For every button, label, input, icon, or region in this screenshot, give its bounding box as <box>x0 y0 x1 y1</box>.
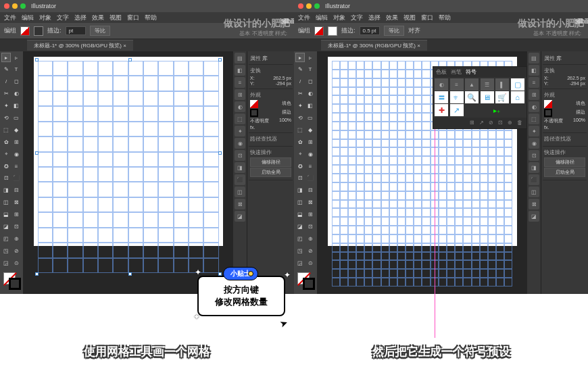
tool-17[interactable]: ◉ <box>305 149 315 159</box>
dock-icon-12[interactable]: ⊠ <box>235 199 245 209</box>
fill-stroke-tool[interactable] <box>1 270 22 291</box>
dock-icon-1[interactable]: ◧ <box>235 65 245 76</box>
symbol-item-5[interactable]: ▢ <box>511 78 524 91</box>
dock-icon-8[interactable]: ⊡ <box>529 150 539 161</box>
symbol-options-icon[interactable]: ⊡ <box>498 120 505 126</box>
stroke-icon[interactable] <box>544 109 552 117</box>
brushes-tab[interactable]: 画笔 <box>451 68 462 76</box>
tool-0[interactable]: ▸ <box>295 53 305 62</box>
tool-9[interactable]: ◧ <box>305 101 315 111</box>
lib-tab[interactable]: 库 <box>556 55 562 61</box>
tool-4[interactable]: / <box>1 77 11 86</box>
x-value[interactable]: 262.5 px <box>273 76 291 80</box>
menu-file[interactable]: 文件 <box>298 14 310 22</box>
symbol-item-8[interactable]: 🔍 <box>465 91 479 103</box>
dock-icon-4[interactable]: ◐ <box>529 101 539 112</box>
symbol-item-9[interactable]: 🖥 <box>481 91 494 103</box>
tool-0[interactable]: ▸ <box>1 53 11 62</box>
tool-18[interactable]: ✪ <box>1 161 11 171</box>
break-link-icon[interactable]: ⊘ <box>489 120 495 126</box>
tool-33[interactable]: ⊘ <box>305 246 315 255</box>
symbol-lib-icon[interactable]: ⊞ <box>470 120 476 126</box>
tool-9[interactable]: ◧ <box>11 101 21 111</box>
tool-30[interactable]: ◰ <box>295 234 305 243</box>
menu-effect[interactable]: 效果 <box>386 14 398 22</box>
tool-20[interactable]: ⊡ <box>1 174 11 183</box>
menu-object[interactable]: 对象 <box>333 14 345 22</box>
launch-btn[interactable]: 启动全局 <box>544 168 585 177</box>
symbols-tab[interactable]: 符号 <box>466 68 476 76</box>
fill-icon[interactable] <box>250 100 258 108</box>
tool-21[interactable]: ⬛ <box>305 174 315 183</box>
tool-14[interactable]: ✿ <box>1 137 11 147</box>
menu-help[interactable]: 帮助 <box>439 14 451 22</box>
symbol-item-4[interactable]: ▌ <box>495 78 509 91</box>
tool-8[interactable]: ✦ <box>1 101 11 111</box>
symbol-item-2[interactable]: ▲ <box>465 78 479 91</box>
uniform-btn[interactable]: 等比 <box>384 26 404 36</box>
y-value[interactable]: -294 px <box>276 81 291 86</box>
menu-window[interactable]: 窗口 <box>421 14 433 22</box>
tool-11[interactable]: ▭ <box>11 113 21 122</box>
tool-10[interactable]: ⟲ <box>1 113 11 122</box>
tool-6[interactable]: ✂ <box>1 89 11 99</box>
tool-18[interactable]: ✪ <box>295 161 305 171</box>
dock-icon-13[interactable]: ◪ <box>235 211 245 222</box>
dock-icon-11[interactable]: ◫ <box>235 186 245 197</box>
stroke-swatch[interactable] <box>34 26 43 36</box>
symbols-panel[interactable]: 色板 画笔 符号 ◐≡▲☰▌▢〓ᯤ🔍🖥🛒⌂✚↗ ⊞ ↗ ⊘ ⊡ ⊕ 🗑 <box>433 66 527 129</box>
tool-15[interactable]: ⊞ <box>305 137 315 147</box>
dock-icon-3[interactable]: ⊞ <box>529 89 539 100</box>
symbol-item-0[interactable]: ◐ <box>435 78 448 91</box>
tool-24[interactable]: ◫ <box>1 198 11 207</box>
launch-btn[interactable]: 启动全局 <box>250 168 291 177</box>
menu-effect[interactable]: 效果 <box>92 14 104 22</box>
offset-path-btn[interactable]: 偏移路径 <box>544 157 585 167</box>
tool-1[interactable]: ▹ <box>305 53 315 62</box>
tool-2[interactable]: ✎ <box>1 65 11 74</box>
tool-22[interactable]: ◨ <box>1 186 11 195</box>
selection-handle[interactable] <box>128 58 132 61</box>
canvas[interactable] <box>23 51 233 294</box>
tool-34[interactable]: ◲ <box>1 258 11 268</box>
selection-handle[interactable] <box>218 58 222 61</box>
tool-11[interactable]: ▭ <box>305 113 315 122</box>
tool-1[interactable]: ▹ <box>11 53 21 62</box>
symbol-item-12[interactable]: ✚ <box>435 104 448 116</box>
tool-8[interactable]: ✦ <box>295 101 305 111</box>
traffic-lights[interactable] <box>298 3 320 9</box>
tool-16[interactable]: ⌖ <box>1 149 11 159</box>
menu-file[interactable]: 文件 <box>4 14 16 22</box>
props-tab[interactable]: 属性 <box>250 55 261 61</box>
delete-symbol-icon[interactable]: 🗑 <box>517 120 524 126</box>
dock-icon-13[interactable]: ◪ <box>529 211 539 222</box>
tool-33[interactable]: ⊘ <box>11 246 21 255</box>
selection-handle[interactable] <box>128 272 132 276</box>
tool-23[interactable]: ⊟ <box>305 186 315 195</box>
symbol-item-6[interactable]: 〓 <box>435 91 448 103</box>
menu-view[interactable]: 视图 <box>403 14 416 22</box>
tool-28[interactable]: ◪ <box>295 222 305 231</box>
dock-icon-10[interactable]: ⬛ <box>529 174 539 185</box>
tool-29[interactable]: ⊡ <box>11 222 21 231</box>
dock-icon-11[interactable]: ◫ <box>529 186 539 197</box>
tool-32[interactable]: ◳ <box>295 246 305 255</box>
tool-5[interactable]: ◻ <box>11 77 21 86</box>
stroke-swatch[interactable] <box>328 26 337 36</box>
fx-label[interactable]: fx. <box>544 125 549 130</box>
stroke-value[interactable]: pt <box>66 26 86 35</box>
swatches-tab[interactable]: 色板 <box>436 68 447 76</box>
x-value[interactable]: 262.5 px <box>567 76 585 80</box>
tool-19[interactable]: ≡ <box>11 161 21 171</box>
menu-type[interactable]: 文字 <box>351 14 363 22</box>
tool-19[interactable]: ≡ <box>305 161 315 171</box>
tool-7[interactable]: ◐ <box>11 89 21 99</box>
tool-13[interactable]: ◆ <box>11 125 21 134</box>
tool-5[interactable]: ◻ <box>305 77 315 86</box>
symbol-item-13[interactable]: ↗ <box>450 104 464 116</box>
menu-select[interactable]: 选择 <box>74 14 87 22</box>
symbol-item-1[interactable]: ≡ <box>450 78 464 91</box>
opacity-value[interactable]: 100% <box>279 118 291 124</box>
selection-handle[interactable] <box>35 58 39 61</box>
tool-15[interactable]: ⊞ <box>11 137 21 147</box>
